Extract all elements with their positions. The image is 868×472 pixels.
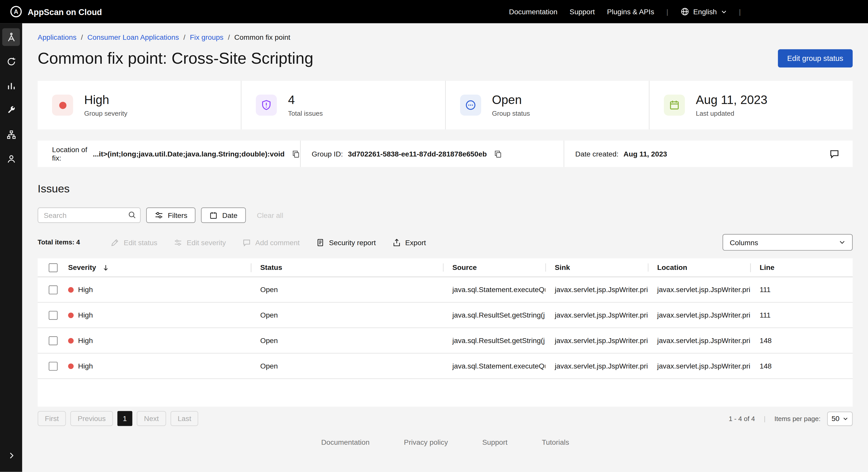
sidebar	[0, 23, 22, 472]
total-issues-label: Total issues	[288, 110, 323, 117]
breadcrumb-applications[interactable]: Applications	[38, 33, 76, 41]
svg-text:A: A	[14, 8, 18, 15]
chevron-right-icon	[7, 451, 15, 460]
language-menu[interactable]: English	[681, 7, 727, 16]
footer-privacy-policy[interactable]: Privacy policy	[404, 438, 448, 446]
brand[interactable]: A AppScan on Cloud	[10, 6, 102, 18]
cell-line: 111	[750, 285, 853, 294]
pagination-first-button[interactable]: First	[38, 411, 66, 426]
header-line[interactable]: Line	[750, 263, 853, 272]
chevron-down-icon	[843, 416, 848, 421]
filters-button[interactable]: Filters	[146, 207, 196, 223]
copy-location-button[interactable]	[292, 149, 300, 158]
items-per-page-value: 50	[832, 414, 839, 423]
chat-icon	[243, 238, 251, 246]
location-of-fix-value: ...it>(int;long;java.util.Date;java.lang…	[93, 149, 285, 158]
edit-severity-button[interactable]: Edit severity	[174, 238, 226, 246]
date-filter-label: Date	[222, 211, 238, 220]
search-input[interactable]	[38, 207, 141, 223]
breadcrumb-fix-groups[interactable]: Fix groups	[190, 33, 223, 41]
location-of-fix: Location of fix: ...it>(int;long;java.ut…	[38, 140, 300, 167]
pagination-previous-button[interactable]: Previous	[70, 411, 113, 426]
columns-dropdown[interactable]: Columns	[723, 234, 853, 250]
date-created-value: Aug 11, 2023	[623, 149, 667, 158]
items-per-page-label: Items per page:	[774, 415, 820, 422]
pagination: First Previous 1 Next Last 1 - 4 of 4 | …	[38, 411, 853, 426]
shield-warning-icon	[256, 95, 277, 115]
row-checkbox[interactable]	[49, 285, 58, 294]
cell-status: Open	[251, 311, 443, 319]
footer-tutorials[interactable]: Tutorials	[542, 438, 569, 446]
select-all-checkbox[interactable]	[49, 263, 58, 272]
topnav-documentation[interactable]: Documentation	[509, 7, 558, 16]
breadcrumb-separator: /	[183, 33, 185, 41]
group-id-label: Group ID:	[312, 149, 343, 158]
header-location[interactable]: Location	[648, 263, 750, 272]
sidebar-expand-button[interactable]	[2, 446, 20, 464]
edit-group-status-button[interactable]: Edit group status	[778, 49, 853, 68]
edit-status-label: Edit status	[124, 238, 157, 246]
row-checkbox[interactable]	[49, 362, 58, 371]
items-per-page-dropdown[interactable]: 50	[827, 411, 853, 426]
sidebar-item-appscan[interactable]	[2, 28, 20, 46]
topnav-support[interactable]: Support	[569, 7, 595, 16]
sort-descending-icon[interactable]	[102, 264, 110, 271]
cell-status: Open	[251, 362, 443, 370]
adjust-icon	[174, 238, 182, 246]
group-severity-label: Group severity	[84, 110, 127, 117]
footer-documentation[interactable]: Documentation	[321, 438, 370, 446]
sidebar-item-profile[interactable]	[2, 150, 20, 167]
header-source[interactable]: Source	[443, 263, 546, 272]
topnav-plugins-apis[interactable]: Plugins & APIs	[607, 7, 654, 16]
row-checkbox[interactable]	[49, 311, 58, 319]
add-comment-button[interactable]: Add comment	[243, 238, 300, 246]
pagination-current-page[interactable]: 1	[117, 411, 132, 426]
pagination-last-button[interactable]: Last	[170, 411, 198, 426]
scan-refresh-icon	[6, 57, 16, 66]
security-report-button[interactable]: Security report	[316, 238, 376, 246]
date-created: Date created: Aug 11, 2023	[564, 140, 830, 167]
header-sink[interactable]: Sink	[545, 263, 648, 272]
sidebar-item-scans[interactable]	[2, 53, 20, 70]
columns-label: Columns	[730, 238, 758, 246]
cell-sink: javax.servlet.jsp.JspWriter.pri	[545, 336, 648, 345]
cell-line: 148	[750, 362, 853, 370]
brand-name: AppScan on Cloud	[28, 7, 102, 16]
main-content: Applications / Consumer Loan Application…	[22, 23, 868, 472]
stat-last-updated: Aug 11, 2023 Last updated	[649, 81, 853, 130]
clear-all-button[interactable]: Clear all	[257, 211, 283, 220]
topnav-separator: |	[666, 7, 668, 16]
comment-icon	[830, 149, 839, 159]
table-row[interactable]: High Open java.sql.ResultSet.getString(j…	[38, 328, 853, 353]
table-row[interactable]: High Open java.sql.ResultSet.getString(j…	[38, 303, 853, 328]
group-summary-strip: High Group severity 4 Total issues	[38, 81, 853, 130]
sidebar-item-organization[interactable]	[2, 126, 20, 143]
topnav-separator: |	[739, 7, 741, 16]
copy-group-id-button[interactable]	[494, 149, 502, 158]
export-button[interactable]: Export	[392, 238, 426, 246]
sidebar-item-dashboards[interactable]	[2, 77, 20, 95]
severity-dot-icon	[52, 95, 73, 115]
date-filter-button[interactable]: Date	[201, 207, 246, 223]
row-checkbox[interactable]	[49, 336, 58, 345]
language-label: English	[693, 7, 717, 16]
filters-label: Filters	[168, 211, 187, 220]
breadcrumb-current: Common fix point	[235, 33, 290, 41]
table-row[interactable]: High Open java.sql.Statement.executeQu j…	[38, 353, 853, 379]
pencil-icon	[111, 238, 119, 246]
calendar-icon	[664, 95, 685, 115]
breadcrumb-consumer-loan-applications[interactable]: Consumer Loan Applications	[87, 33, 179, 41]
cell-source: java.sql.Statement.executeQu	[443, 362, 546, 370]
footer-support[interactable]: Support	[482, 438, 507, 446]
table-row[interactable]: High Open java.sql.Statement.executeQu j…	[38, 277, 853, 303]
header-status[interactable]: Status	[251, 263, 443, 272]
edit-status-button[interactable]: Edit status	[111, 238, 157, 246]
sidebar-item-tools[interactable]	[2, 101, 20, 119]
pagination-next-button[interactable]: Next	[137, 411, 166, 426]
calendar-icon	[209, 211, 218, 220]
severity-dot-icon	[68, 363, 74, 369]
severity-dot-icon	[68, 338, 74, 343]
last-updated-label: Last updated	[696, 110, 768, 117]
header-severity[interactable]: Severity	[68, 263, 96, 272]
group-comments-button[interactable]	[830, 149, 839, 159]
